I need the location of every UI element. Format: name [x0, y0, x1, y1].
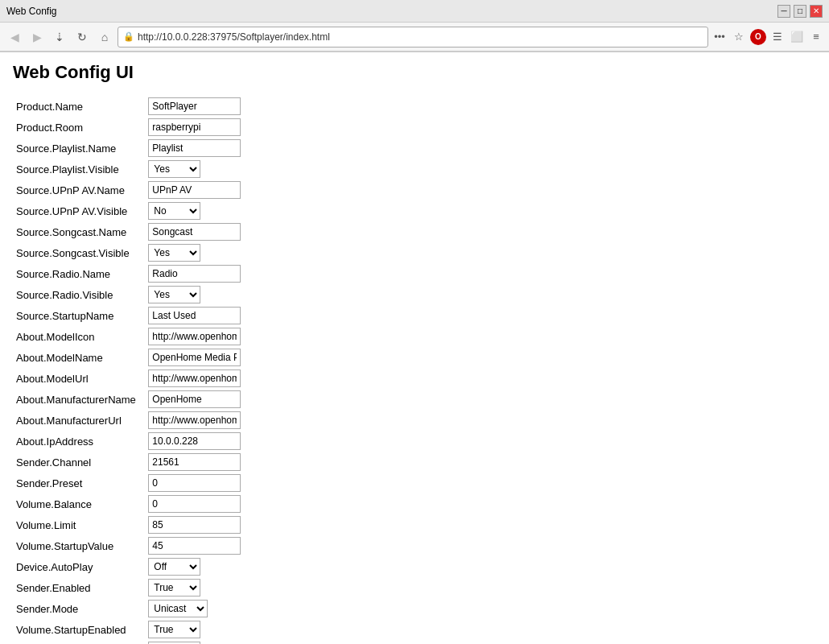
text-input-product-room[interactable] — [148, 118, 241, 136]
maximize-button[interactable]: □ — [794, 5, 806, 18]
text-input-volume-limit[interactable] — [148, 516, 241, 534]
text-input-source-songcast-name[interactable] — [148, 223, 241, 241]
field-value-cell: YesNo — [145, 200, 244, 221]
opera-icon[interactable]: O — [750, 29, 766, 45]
field-value-cell: TrueFalse — [145, 619, 244, 640]
field-label: About.ModelName — [13, 347, 145, 368]
window-icon[interactable]: ⬜ — [789, 29, 805, 45]
text-input-source-playlist-name[interactable] — [148, 139, 241, 157]
page-content: Web Config UI Product.NameProduct.RoomSo… — [0, 52, 829, 644]
text-input-about-ipaddress[interactable] — [148, 432, 241, 450]
text-input-about-modelname[interactable] — [148, 349, 241, 366]
table-row: Source.Songcast.Name — [13, 221, 244, 242]
field-value-cell — [145, 514, 244, 535]
select-sender-enabled[interactable]: TrueFalse — [148, 579, 200, 597]
config-table: Product.NameProduct.RoomSource.Playlist.… — [13, 96, 244, 644]
table-row: About.ModelName — [13, 347, 244, 368]
text-input-sender-preset[interactable] — [148, 474, 241, 492]
field-label: Source.Playlist.Name — [13, 138, 145, 159]
field-label: Source.Playlist.Visible — [13, 159, 145, 180]
field-value-cell — [145, 180, 244, 200]
text-input-about-manufacturername[interactable] — [148, 390, 241, 408]
field-label: Source.Songcast.Visible — [13, 242, 145, 263]
select-sender-mode[interactable]: UnicastMulticast — [148, 600, 208, 617]
field-value-cell: UnicastMulticast — [145, 598, 244, 619]
select-source-upnp-av-visible[interactable]: YesNo — [148, 202, 200, 220]
security-icon: 🔒 — [123, 31, 134, 42]
field-value-cell: YesNo — [145, 640, 244, 644]
text-input-about-modelurl[interactable] — [148, 369, 241, 387]
table-row: qobuz.com.EnabledYesNo — [13, 640, 244, 644]
field-value-cell — [145, 221, 244, 242]
table-row: Sender.EnabledTrueFalse — [13, 577, 244, 598]
table-row: About.ModelUrl — [13, 368, 244, 389]
table-row: Source.StartupName — [13, 305, 244, 326]
table-row: Source.UPnP AV.Name — [13, 180, 244, 200]
bookmark-icon[interactable]: ☆ — [731, 29, 747, 45]
field-label: About.IpAddress — [13, 431, 145, 452]
minimize-button[interactable]: ─ — [777, 5, 790, 18]
address-bar[interactable] — [138, 31, 703, 43]
table-row: Source.UPnP AV.VisibleYesNo — [13, 200, 244, 221]
select-volume-startupenabled[interactable]: TrueFalse — [148, 621, 200, 638]
field-value-cell — [145, 117, 244, 138]
field-label: Source.UPnP AV.Visible — [13, 200, 145, 221]
nav-right-controls: ••• ☆ O ☰ ⬜ ≡ — [711, 29, 824, 45]
download-button[interactable]: ⇣ — [50, 27, 69, 47]
table-row: Volume.StartupValue — [13, 535, 244, 556]
text-input-sender-channel[interactable] — [148, 453, 241, 471]
table-row: Source.Radio.Name — [13, 263, 244, 284]
select-device-autoplay[interactable]: OffOn — [148, 558, 200, 576]
text-input-source-startupname[interactable] — [148, 307, 241, 324]
field-label: About.ManufacturerUrl — [13, 410, 145, 431]
text-input-about-modelicon[interactable] — [148, 328, 241, 345]
text-input-volume-balance[interactable] — [148, 495, 241, 513]
table-row: Source.Songcast.VisibleYesNo — [13, 242, 244, 263]
table-row: Sender.Channel — [13, 452, 244, 473]
field-value-cell — [145, 326, 244, 347]
table-row: Volume.Balance — [13, 493, 244, 514]
table-row: Source.Playlist.VisibleYesNo — [13, 159, 244, 180]
text-input-source-radio-name[interactable] — [148, 265, 241, 283]
menu-dots-icon[interactable]: ••• — [711, 29, 728, 45]
field-label: Source.Radio.Visible — [13, 284, 145, 305]
field-label: Volume.StartupEnabled — [13, 619, 145, 640]
field-label: Sender.Preset — [13, 473, 145, 493]
field-value-cell: YesNo — [145, 242, 244, 263]
title-bar: Web Config ─ □ ✕ — [0, 0, 829, 23]
back-button[interactable]: ◀ — [5, 27, 24, 47]
home-button[interactable]: ⌂ — [95, 27, 114, 47]
field-value-cell — [145, 263, 244, 284]
table-row: Volume.StartupEnabledTrueFalse — [13, 619, 244, 640]
table-row: About.IpAddress — [13, 431, 244, 452]
field-label: Product.Room — [13, 117, 145, 138]
field-label: Volume.StartupValue — [13, 535, 145, 556]
text-input-volume-startupvalue[interactable] — [148, 537, 241, 555]
field-value-cell — [145, 535, 244, 556]
main-menu-icon[interactable]: ≡ — [808, 29, 824, 45]
field-value-cell — [145, 452, 244, 473]
field-label: Product.Name — [13, 96, 145, 117]
history-icon[interactable]: ☰ — [769, 29, 786, 45]
text-input-product-name[interactable] — [148, 97, 241, 115]
select-source-playlist-visible[interactable]: YesNo — [148, 160, 200, 178]
field-value-cell: YesNo — [145, 284, 244, 305]
field-label: Sender.Channel — [13, 452, 145, 473]
reload-button[interactable]: ↻ — [72, 27, 92, 47]
field-value-cell: OffOn — [145, 556, 244, 577]
forward-button[interactable]: ▶ — [27, 27, 47, 47]
table-row: Volume.Limit — [13, 514, 244, 535]
field-value-cell — [145, 347, 244, 368]
select-source-songcast-visible[interactable]: YesNo — [148, 244, 200, 262]
close-button[interactable]: ✕ — [810, 5, 823, 18]
select-source-radio-visible[interactable]: YesNo — [148, 286, 200, 303]
field-label: qobuz.com.Enabled — [13, 640, 145, 644]
tab-title: Web Config — [6, 6, 777, 17]
text-input-about-manufacturerurl[interactable] — [148, 411, 241, 429]
field-label: Source.Songcast.Name — [13, 221, 145, 242]
page-title: Web Config UI — [13, 62, 816, 83]
field-label: Sender.Mode — [13, 598, 145, 619]
text-input-source-upnp-av-name[interactable] — [148, 181, 241, 199]
table-row: Source.Radio.VisibleYesNo — [13, 284, 244, 305]
address-bar-container: 🔒 — [118, 27, 708, 47]
